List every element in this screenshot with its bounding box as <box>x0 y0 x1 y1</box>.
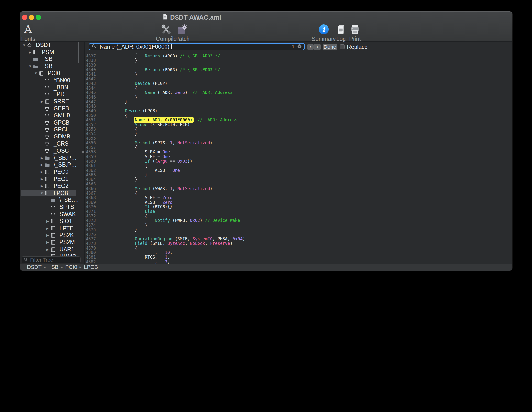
content-area: ▼ DSDT ▶ PSM _SB ▼ _SB ▼ PCI0 ^BN00 _BBN… <box>20 42 512 264</box>
tree-item[interactable]: GPCL <box>20 126 84 133</box>
code-line: 4877 OperationRegion (SMIE, SystemIO, PM… <box>85 237 512 241</box>
disclosure-triangle-icon[interactable]: ▶ <box>39 177 44 181</box>
code-editor[interactable]: 4836 {4837 Return (AR03) /* \_SB_.AR03 *… <box>85 53 512 264</box>
tree-item[interactable]: ^BN00 <box>20 77 84 84</box>
line-number: 4862 <box>85 168 96 173</box>
tree-item[interactable]: ▶ PS2M <box>20 239 84 246</box>
line-number: 4847 <box>85 100 96 104</box>
disclosure-triangle-icon[interactable]: ▶ <box>45 233 50 237</box>
code-line: 4842 <box>85 77 512 81</box>
tree-item[interactable]: _BBN <box>20 84 84 91</box>
sidebar-scrollbar[interactable] <box>78 42 79 63</box>
disclosure-triangle-icon[interactable]: ▶ <box>39 156 44 160</box>
find-query-text: Name (_ADR, 0x001F0000) <box>100 44 169 50</box>
line-number: 4876 <box>85 232 96 237</box>
breadcrumb-item[interactable]: DSDT <box>27 264 42 270</box>
line-number: 4881 <box>85 255 96 260</box>
disclosure-triangle-icon[interactable]: ▶ <box>39 100 44 103</box>
tree-item[interactable]: ▶ SRRE <box>20 98 84 105</box>
breadcrumb-item[interactable]: PCI0 <box>65 264 77 270</box>
tree-item[interactable]: ▶ LPTE <box>20 225 84 232</box>
tree-item[interactable]: ▼ LPCB <box>20 190 84 197</box>
tree-item-label: SPTS <box>59 204 74 210</box>
tree-item[interactable]: GPCB <box>20 119 84 126</box>
device-icon <box>44 183 51 189</box>
clear-search-icon[interactable] <box>297 44 302 50</box>
tree-item[interactable]: ▶ PEG0 <box>20 168 84 175</box>
disclosure-triangle-icon[interactable]: ▶ <box>45 227 50 230</box>
sidebar: ▼ DSDT ▶ PSM _SB ▼ _SB ▼ PCI0 ^BN00 _BBN… <box>20 42 84 264</box>
disclosure-triangle-icon[interactable]: ▶ <box>27 50 33 54</box>
search-highlight: Name (_ADR, 0x001F0000) <box>134 117 194 123</box>
patch-button[interactable]: Patch <box>165 23 200 42</box>
fonts-label: Fonts <box>20 36 45 42</box>
code-line: 4874 } <box>85 223 512 228</box>
print-button[interactable]: Print <box>338 23 372 42</box>
tree-item-label: LPCB <box>54 190 68 196</box>
tree-item[interactable]: ▶ SIO1 <box>20 218 84 225</box>
disclosure-triangle-icon[interactable]: ▼ <box>39 191 44 195</box>
disclosure-triangle-icon[interactable]: ▼ <box>22 43 27 47</box>
tree-item[interactable]: ▶ HUMD <box>20 253 84 256</box>
splitter-handle[interactable] <box>82 151 84 153</box>
tree-item-label: GPCB <box>54 119 69 126</box>
tree-item[interactable]: SWAK <box>20 211 84 218</box>
tree-item[interactable]: ▶ PS2K <box>20 232 84 239</box>
tree-item[interactable]: ▼ _SB <box>20 63 84 70</box>
tree-item[interactable]: _SB <box>20 56 84 63</box>
line-number: 4872 <box>85 214 96 218</box>
breadcrumb-item[interactable]: LPCB <box>84 264 98 270</box>
patch-gear-icon <box>165 23 200 35</box>
disclosure-triangle-icon[interactable]: ▶ <box>39 184 44 188</box>
tree-item[interactable]: ▶ UAR1 <box>20 246 84 253</box>
tree-item[interactable]: ▶ PEG2 <box>20 183 84 190</box>
breadcrumb-item[interactable]: _SB <box>48 264 58 270</box>
line-number: 4873 <box>85 218 96 223</box>
search-icon[interactable] <box>91 44 98 50</box>
tree-item[interactable]: SPTS <box>20 204 84 211</box>
tree-item[interactable]: _CRS <box>20 140 84 147</box>
minimize-button[interactable] <box>29 15 34 20</box>
disclosure-triangle-icon[interactable]: ▶ <box>45 248 50 251</box>
code-line: 4853 { <box>85 127 512 132</box>
disclosure-triangle-icon[interactable]: ▶ <box>45 240 50 244</box>
device-icon <box>44 176 51 182</box>
tree-item[interactable]: GDMB <box>20 133 84 140</box>
disclosure-triangle-icon[interactable]: ▶ <box>39 170 44 174</box>
filter-tree-input[interactable] <box>30 257 78 263</box>
tree-item[interactable]: ▶ PSM <box>20 49 84 56</box>
tree-item[interactable]: _PRT <box>20 91 84 98</box>
tree-item-label: SIO1 <box>59 218 72 225</box>
line-number: 4837 <box>85 54 96 58</box>
find-previous-button[interactable]: ‹ <box>307 44 314 50</box>
tree-item-label: \_SB.P… <box>54 155 77 161</box>
disclosure-triangle-icon[interactable]: ▼ <box>27 64 33 68</box>
tree-item[interactable]: ▼ PCI0 <box>20 70 84 77</box>
document-proxy-icon[interactable] <box>163 14 168 21</box>
disclosure-triangle-icon[interactable]: ▶ <box>45 219 50 223</box>
fonts-button[interactable]: A Fonts <box>20 23 45 42</box>
zoom-button[interactable] <box>36 15 41 20</box>
method-icon <box>44 148 51 153</box>
disclosure-triangle-icon[interactable]: ▶ <box>45 255 50 256</box>
tree-item[interactable]: GMHB <box>20 112 84 119</box>
replace-checkbox[interactable] <box>340 44 345 49</box>
tree-item[interactable]: ▼ DSDT <box>20 42 84 49</box>
tree-item-label: GEPB <box>54 105 69 112</box>
tree-item[interactable]: ▶ \_SB.P… <box>20 161 84 169</box>
find-next-button[interactable]: › <box>314 44 321 50</box>
titlebar[interactable]: DSDT-AWAC.aml <box>20 11 512 23</box>
window-header: DSDT-AWAC.aml A Fonts Compile Patch <box>20 11 512 42</box>
disclosure-triangle-icon[interactable]: ▼ <box>33 71 39 75</box>
tree-item[interactable]: ▶ \_SB.P… <box>20 154 84 161</box>
line-number: 4868 <box>85 195 96 200</box>
disclosure-triangle-icon[interactable]: ▶ <box>39 163 44 167</box>
tree-item[interactable]: ▶ PEG1 <box>20 175 84 183</box>
tree-item[interactable]: _OSC <box>20 147 84 154</box>
tree-item[interactable]: \_SB.… <box>20 197 84 204</box>
done-button[interactable]: Done <box>323 44 337 50</box>
find-input[interactable]: Name (_ADR, 0x001F0000) 1 <box>89 43 305 50</box>
tree-item[interactable]: GEPB <box>20 105 84 112</box>
filter-tree-field[interactable] <box>22 256 81 263</box>
close-button[interactable] <box>22 15 27 20</box>
